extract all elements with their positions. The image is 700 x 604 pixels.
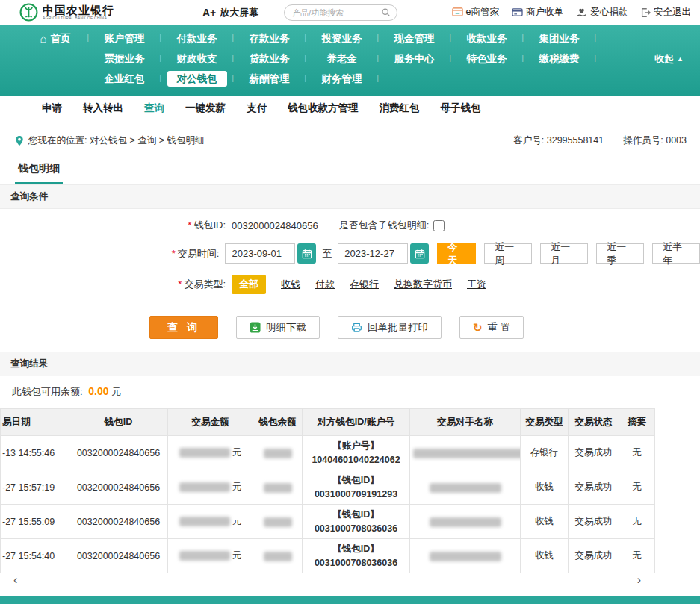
nav-item-red-packet[interactable]: 企业红包 [88,72,161,86]
nav-item-special[interactable]: 特色业务 [450,52,523,66]
scroll-right-arrow[interactable]: › [637,574,641,586]
table-row: -13 14:55:46 0032000024840656 元 【账户号】104… [1,436,655,470]
search-icon[interactable] [381,7,391,19]
cell-amount: 元 [168,470,253,505]
col-wallet-id: 钱包ID [69,409,168,436]
table-row: -27 15:55:09 0032000024840656 元 【钱包ID】00… [1,505,655,539]
top-quick-links: e商管家 商户收单 爱心捐款 安全退出 [452,6,691,19]
tab-bar: 钱包明细 [0,153,700,185]
reset-button[interactable]: ↻ 重 置 [459,316,524,339]
zoom-screen-button[interactable]: A+ 放大屏幕 [202,6,258,19]
nav-item-deposit[interactable]: 存款业务 [233,32,306,46]
counterparty-id-type: 【钱包ID】 [306,508,406,522]
bank-logo: 中国农业银行 AGRICULTURAL BANK OF CHINA [19,3,114,22]
subnav-item-one-click-payroll[interactable]: 一键发薪 [185,102,226,115]
cell-amount: 元 [168,539,253,573]
tab-wallet-detail[interactable]: 钱包明细 [15,162,63,184]
nav-item-collection[interactable]: 收款业务 [450,32,523,46]
query-section: 查询条件 *钱包ID: 0032000024840656 是否包含子钱包明细: … [0,185,700,352]
logout-link[interactable]: 安全退出 [640,6,691,19]
cell-amount: 元 [168,505,253,539]
nav-item-account-mgmt[interactable]: 账户管理 [88,32,161,46]
detail-download-button[interactable]: 明细下载 [236,316,320,339]
cell-counterparty-name [410,436,521,470]
subnav-item-parent-child-wallet[interactable]: 母子钱包 [441,102,481,115]
nav-item-home[interactable]: ⌂ 首页 [22,32,88,46]
nav-item-loans[interactable]: 贷款业务 [233,52,306,66]
date-from-input[interactable] [225,243,295,264]
subnav-item-payee-mgmt[interactable]: 钱包收款方管理 [288,102,359,115]
type-filter-pay[interactable]: 付款 [315,278,335,291]
counterparty-id-number: 0031000709191293 [306,488,406,502]
nav-collapse-button[interactable]: 收起 ▲ [654,52,684,66]
quick-range-month[interactable]: 近一月 [540,243,588,264]
cell-date: -27 15:54:40 [1,539,69,573]
col-transaction-status: 交易状态 [569,409,619,436]
date-to-calendar-button[interactable] [410,243,429,264]
nav-item-service-center[interactable]: 服务中心 [378,52,450,66]
nav-item-corporate-wallet[interactable]: 对公钱包 [161,72,233,86]
query-button[interactable]: 查 询 [149,316,218,339]
required-mark: * [178,278,182,290]
reset-icon: ↻ [473,322,483,333]
cell-balance [253,539,303,573]
quick-range-week[interactable]: 近一周 [484,243,532,264]
type-filter-receive[interactable]: 收钱 [281,278,300,291]
zoom-prefix: A+ [202,7,216,19]
nav-item-pension[interactable]: 养老金 [306,52,378,66]
nav-item-payroll[interactable]: 薪酬管理 [233,72,306,86]
merchant-acquiring-label: 商户收单 [526,6,563,19]
quick-range-today[interactable]: 今天 [437,243,476,264]
nav-item-bills[interactable]: 票据业务 [88,52,161,66]
redacted-amount [179,517,230,526]
cell-wallet-id: 0032000024840656 [69,505,168,539]
cell-balance [253,505,303,539]
merchant-acquiring-link[interactable]: 商户收单 [512,6,563,19]
subnav-item-pay[interactable]: 支付 [247,102,267,115]
date-from-calendar-button[interactable] [297,243,316,264]
nav-item-investment[interactable]: 投资业务 [306,32,378,46]
nav-item-finance-mgmt[interactable]: 财务管理 [306,72,378,86]
cell-counterparty-id: 【钱包ID】0031000708036036 [303,539,410,573]
date-to-input[interactable] [338,243,408,264]
redacted-balance [264,449,292,458]
type-filter-salary[interactable]: 工资 [467,278,486,291]
footer-bar [0,596,700,604]
cell-status: 交易成功 [569,539,619,573]
subnav-item-query[interactable]: 查询 [144,102,164,115]
amount-unit: 元 [232,482,242,492]
scroll-left-arrow[interactable]: ‹ [13,574,17,586]
cell-date: -27 15:57:19 [1,470,69,505]
cell-status: 交易成功 [569,436,619,470]
quick-range-half-year[interactable]: 近半年 [652,243,700,264]
redacted-amount [179,551,230,561]
nav-item-tax[interactable]: 缴税缴费 [523,52,595,66]
subnav-item-transfer[interactable]: 转入转出 [83,102,123,115]
nav-item-payment[interactable]: 付款业务 [161,32,233,46]
main-nav-row-3: 企业红包 对公钱包 薪酬管理 财务管理 [22,69,688,89]
nav-item-cash-mgmt[interactable]: 现金管理 [378,32,450,46]
redacted-counterparty-name [430,483,501,493]
batch-print-receipts-button[interactable]: 回单批量打印 [338,316,442,339]
subnav-item-consume-red-packet[interactable]: 消费红包 [380,102,420,115]
donation-link[interactable]: 爱心捐款 [576,6,628,19]
breadcrumb: 您现在的位置: 对公钱包 > 查询 > 钱包明细 [28,134,204,147]
session-info: 客户号: 32995558141 操作员号: 0003 [513,134,687,147]
nav-item-fiscal[interactable]: 财政收支 [161,52,233,66]
type-filter-exchange-digital-currency[interactable]: 兑换数字货币 [394,278,452,291]
include-sub-wallet-checkbox[interactable] [433,220,445,231]
transaction-type-row: *交易类型: 全部 收钱 付款 存银行 兑换数字货币 工资 [0,275,700,294]
cell-type: 存银行 [521,436,569,470]
col-summary: 摘要 [619,409,655,436]
subnav-item-apply[interactable]: 申请 [42,102,62,115]
e-manager-link[interactable]: e商管家 [452,6,499,19]
counterparty-id-number: 0031000708036036 [306,556,406,570]
type-filter-deposit-bank[interactable]: 存银行 [350,278,379,291]
cell-counterparty-name [410,539,521,573]
redacted-balance [264,552,292,561]
nav-item-group-business[interactable]: 集团业务 [523,32,595,46]
quick-range-quarter[interactable]: 近一季 [596,243,644,264]
query-conditions-title: 查询条件 [0,185,700,209]
type-filter-all[interactable]: 全部 [232,275,266,294]
col-counterparty-id: 对方钱包ID/账户号 [303,409,410,436]
